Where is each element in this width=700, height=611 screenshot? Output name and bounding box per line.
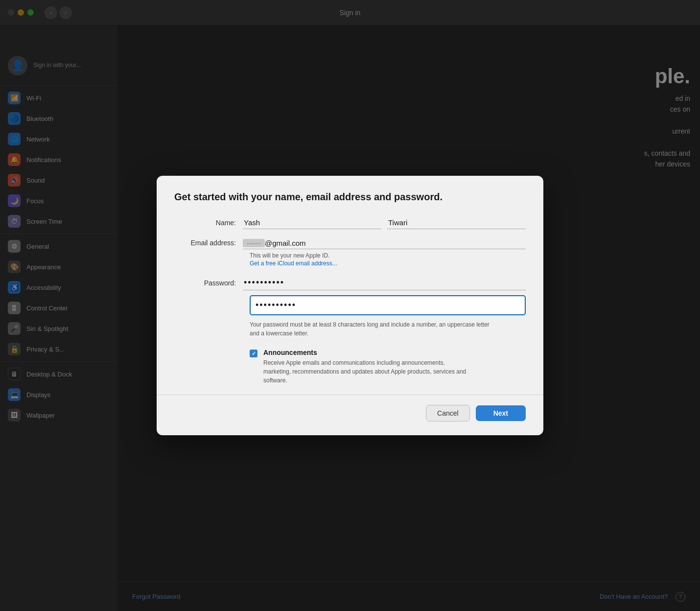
name-fields: [243, 216, 526, 229]
announcements-checkbox[interactable]: ✓: [250, 350, 257, 357]
password-input[interactable]: [243, 276, 526, 290]
dialog-title: Get started with your name, email addres…: [174, 191, 526, 203]
first-name-input[interactable]: [243, 216, 381, 229]
password-row: Password:: [174, 276, 526, 290]
name-row: Name:: [174, 216, 526, 229]
email-suffix: @gmail.com: [265, 239, 306, 247]
next-button[interactable]: Next: [476, 405, 526, 421]
email-hint-row: This will be your new Apple ID. Get a fr…: [250, 252, 526, 267]
email-row: Email address: ········ @gmail.com: [174, 239, 526, 249]
password-label: Password:: [174, 279, 243, 287]
name-label: Name:: [174, 219, 243, 227]
announcements-title: Announcements: [263, 349, 526, 356]
dialog-separator: [157, 395, 543, 395]
email-prefix: ········: [243, 239, 265, 247]
email-input-wrap: ········ @gmail.com: [243, 239, 526, 249]
password-hint: Your password must be at least 8 charact…: [250, 320, 490, 338]
password-confirm-input[interactable]: [250, 295, 526, 315]
email-label: Email address:: [174, 239, 243, 247]
last-name-input[interactable]: [387, 216, 526, 229]
announcements-text: Announcements Receive Apple emails and c…: [263, 349, 526, 385]
announcements-row: ✓ Announcements Receive Apple emails and…: [250, 349, 526, 385]
announcements-checkbox-wrap[interactable]: ✓: [250, 350, 257, 357]
cancel-button[interactable]: Cancel: [426, 405, 470, 422]
password-confirm-wrap: [250, 295, 526, 315]
sign-in-dialog: Get started with your name, email addres…: [157, 176, 543, 435]
checkmark-icon: ✓: [252, 351, 256, 357]
announcements-desc: Receive Apple emails and communications …: [263, 358, 469, 385]
icloud-email-link[interactable]: Get a free iCloud email address...: [250, 260, 526, 267]
dialog-footer: Cancel Next: [174, 405, 526, 422]
email-hint-text: This will be your new Apple ID.: [250, 252, 526, 259]
